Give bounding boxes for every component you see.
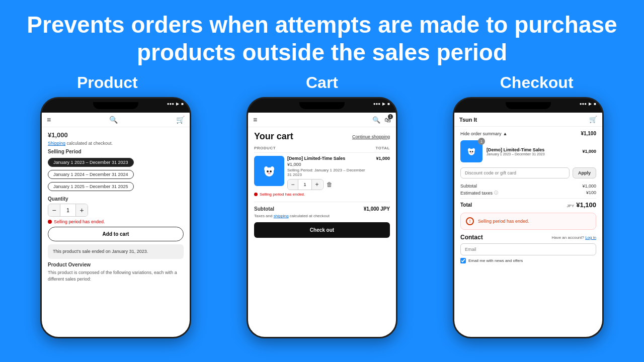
taxes-label-row: Estimated taxes ⓘ [460,190,498,196]
notch-checkout [506,102,551,109]
cart-item-total: ¥1,000 [370,156,390,190]
status-icons-checkout: ●●●▶■ [580,102,596,106]
subtotal-value: ¥1,000 JPY [364,206,390,212]
apply-button[interactable]: Apply [573,167,596,178]
quantity-stepper: − + [48,204,88,217]
period-pill-2[interactable]: January 1 2024 – December 31 2024 [48,170,134,179]
cart-hamburger-icon: ≡ [253,116,257,124]
cart-title: Your cart [254,131,293,142]
shipping-calc-link[interactable]: shipping [274,214,289,218]
checkout-total-row: Total JPY ¥1,100 [460,201,596,209]
cart-bag-icon: 🛍 1 [384,116,391,124]
contact-header-row: Contact Have an account? Log in [460,234,596,241]
order-summary-row: Hide order summary ▲ ¥1,100 [460,131,596,136]
cart-tax-line: Taxes and shipping calculated at checkou… [254,214,390,218]
product-overview-text: This product is composed of the followin… [48,269,184,282]
contact-login: Have an account? Log in [551,235,596,240]
cart-qty-input[interactable] [298,179,312,190]
checkout-error-icon: ! [466,217,474,225]
quantity-label: Quantity [48,196,184,202]
product-phone-screen: ≡ 🔍 🛒 ¥1,000 Shipping calculated at chec… [42,113,190,337]
checkout-item-info: [Demo] Limited-Time Sales January 1 2023… [487,147,578,156]
subtotal-label: Subtotal [254,206,274,212]
svg-point-4 [267,170,269,172]
product-topbar: ≡ 🔍 🛒 [42,113,190,127]
shipping-link[interactable]: Shipping [48,141,65,146]
checkout-item-name: [Demo] Limited-Time Sales [487,147,578,152]
cart-item-row: [Demo] Limited-Time Sales ¥1,000 Selling… [254,156,390,190]
email-input[interactable] [460,243,596,255]
checkout-store-name: Tsun It [459,117,477,123]
add-to-cart-button[interactable]: Add to cart [48,227,184,241]
newsletter-label: Email me with news and offers [468,258,523,263]
col-total: TOTAL [376,146,390,150]
svg-point-13 [470,153,472,154]
cart-qty-minus[interactable]: − [288,179,298,190]
checkout-item-image: 1 [460,140,482,162]
continue-shopping-link[interactable]: Continue shopping [352,134,390,139]
col-product: PRODUCT [254,146,276,150]
phones-row: ●●●▶■ ≡ 🔍 🛒 ¥1,000 Shipping calculated a… [0,97,644,338]
period-pill-1[interactable]: January 1 2023 – December 31 2023 [48,158,134,167]
svg-point-5 [270,170,272,172]
total-label: Total [460,202,472,208]
cart-item-name: [Demo] Limited-Time Sales [287,156,367,161]
checkout-cart-icon: 🛒 [589,116,597,123]
svg-point-3 [265,167,274,176]
status-icons-cart: ●●●▶■ [373,102,390,106]
notch-cart [299,102,345,109]
error-dot [48,220,52,224]
login-link[interactable]: Log in [585,235,596,240]
svg-point-12 [472,151,473,153]
newsletter-row: Email me with news and offers [460,258,596,263]
cart-topbar: ≡ 🔍 🛍 1 [248,113,396,127]
svg-point-10 [468,149,475,155]
discount-row: Apply [460,167,596,178]
cart-search-icon: 🔍 [372,116,380,124]
product-overview-title: Product Overview [48,262,184,267]
notch-product [93,102,138,109]
product-content: ¥1,000 Shipping calculated at checkout. … [42,127,190,333]
quantity-plus[interactable]: + [76,204,88,216]
cart-item-image [254,156,284,186]
cart-badge: 1 [388,114,393,119]
cart-item-details: [Demo] Limited-Time Sales ¥1,000 Selling… [287,156,367,190]
total-currency: JPY [567,204,575,208]
shipping-line: Shipping calculated at checkout. [48,141,184,146]
phone-notch-bar-cart: ●●●▶■ [248,99,396,113]
cart-content: Your cart Continue shopping PRODUCT TOTA… [248,127,396,333]
phone-checkout: ●●●▶■ Tsun It 🛒 Hide order summary ▲ ¥1,… [453,97,604,338]
checkout-phone-screen: Tsun It 🛒 Hide order summary ▲ ¥1,100 [454,113,602,337]
cart-icon: 🛒 [176,116,185,124]
hide-order-summary-link[interactable]: Hide order summary ▲ [460,131,507,136]
product-price: ¥1,000 [48,131,184,139]
hamburger-icon: ≡ [47,116,51,124]
quantity-minus[interactable]: − [48,204,60,216]
checkout-product-logo [464,144,478,158]
hero-title: Prevents orders when attempts are made t… [0,0,644,71]
taxes-row: Estimated taxes ⓘ ¥100 [460,190,596,196]
period-pill-3[interactable]: January 1 2025 – December 31 2025 [48,182,134,191]
cart-column-headers: PRODUCT TOTAL [254,146,390,153]
checkout-item-price: ¥1,000 [582,149,596,154]
order-total: ¥1,100 [581,131,596,136]
discount-input[interactable] [460,167,570,178]
cart-item-period: Selling Period: January 1 2023 – Decembe… [287,168,367,177]
search-icon: 🔍 [109,116,118,124]
contact-title: Contact [460,234,483,241]
cart-delete-button[interactable]: 🗑 [327,181,333,188]
checkout-content: Hide order summary ▲ ¥1,100 [454,127,602,333]
checkout-item-period: January 1 2023 – December 31 2023 [487,152,578,156]
cart-qty-plus[interactable]: + [312,179,322,190]
cart-error: Selling period has ended. [254,192,390,197]
selling-period-label: Selling Period [48,149,184,154]
checkout-button[interactable]: Check out [254,222,390,238]
phone-product: ●●●▶■ ≡ 🔍 🛒 ¥1,000 Shipping calculated a… [40,97,191,338]
subtotal-row: Subtotal ¥1,000 [460,184,596,189]
quantity-input[interactable] [60,204,76,216]
checkout-col-title: Checkout [430,73,642,92]
cart-error-dot [254,193,258,196]
total-value: ¥1,100 [576,201,596,209]
cart-subtotal-row: Subtotal ¥1,000 JPY [254,202,390,212]
newsletter-checkbox[interactable] [460,258,466,263]
